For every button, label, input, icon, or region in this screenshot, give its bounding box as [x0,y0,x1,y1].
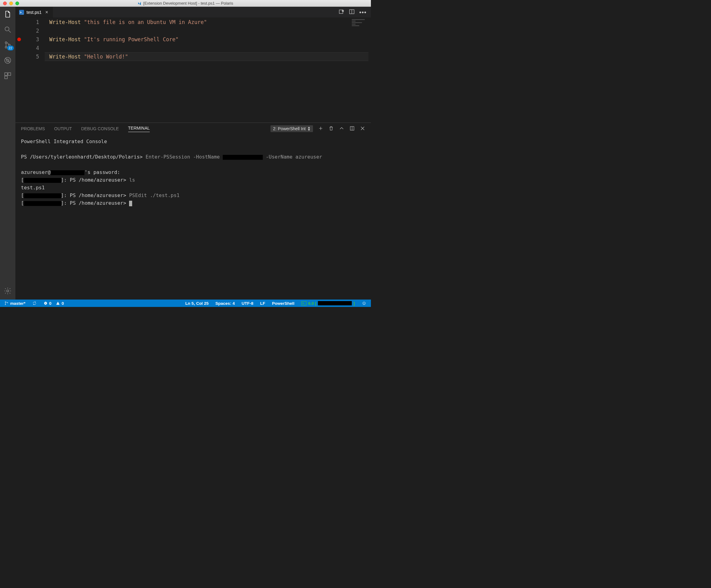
status-bar: master* 0 0 Ln 5, Col 25 Spaces: 4 UTF-8… [0,299,371,307]
indentation-status[interactable]: Spaces: 4 [214,301,236,306]
extensions-icon[interactable] [3,71,12,80]
explorer-icon[interactable] [3,10,12,19]
svg-point-2 [5,46,7,48]
redacted-text [24,178,61,183]
panel-tab-terminal[interactable]: TERMINAL [128,126,150,132]
search-icon[interactable] [3,25,12,34]
minimize-window-button[interactable] [9,2,13,5]
stepper-icon: ▲▼ [307,126,310,131]
chevron-up-icon[interactable] [339,126,344,132]
cursor-position-status[interactable]: Ln 5, Col 25 [184,301,210,306]
close-window-button[interactable] [3,2,7,5]
maximize-panel-icon[interactable] [349,126,355,132]
powershell-prompt-icon: >_ [301,301,306,306]
powershell-file-icon: >_ [19,10,24,15]
svg-point-14 [5,302,5,302]
powershell-version-status[interactable]: >_ 6.0 [] [300,301,356,306]
kill-terminal-icon[interactable] [328,126,334,132]
panel-tab-output[interactable]: OUTPUT [54,126,72,131]
code-line[interactable] [49,26,367,35]
vscode-icon [138,1,142,5]
tab-filename: test.ps1 [26,10,42,15]
redacted-text [50,170,84,175]
window-title: [Extension Development Host] - test.ps1 … [143,1,233,5]
svg-point-16 [7,302,8,303]
window-controls [3,2,19,5]
panel-tab-problems[interactable]: PROBLEMS [21,126,45,131]
feedback-icon[interactable]: ☺ [361,300,368,306]
split-editor-icon[interactable] [349,8,355,16]
debug-icon[interactable] [3,56,12,65]
minimap[interactable] [352,19,370,31]
terminal-selector-label: 2: PowerShell Int [273,126,306,131]
terminal[interactable]: PowerShell Integrated ConsolePS /Users/t… [15,135,371,299]
ps-version-text: 6.0 [ [308,301,316,306]
redacted-text [24,201,61,206]
line-number: 5 [15,52,39,61]
line-number: 1 [15,18,39,26]
redacted-text [223,155,263,160]
svg-point-0 [5,27,9,31]
line-number: 2 [15,26,39,35]
source-control-icon[interactable]: 22 [3,41,12,49]
settings-gear-icon[interactable] [3,287,12,295]
svg-rect-7 [8,73,11,75]
git-branch-status[interactable]: master* [3,301,27,306]
eol-status[interactable]: LF [259,301,266,306]
panel-tab-debug-console[interactable]: DEBUG CONSOLE [81,126,118,131]
tab-test-ps1[interactable]: >_ test.ps1 × [15,7,53,18]
line-number: 4 [15,44,39,52]
errors-status[interactable]: 0 [42,301,53,306]
code-line[interactable]: Write-Host "It's running PowerShell Core… [49,35,367,44]
open-changes-icon[interactable] [338,8,344,16]
zoom-window-button[interactable] [15,2,19,5]
code-line[interactable]: Write-Host "Hello World!" [49,52,367,61]
code-line[interactable] [49,44,367,52]
activity-bar: 22 [0,7,15,299]
panel: PROBLEMS OUTPUT DEBUG CONSOLE TERMINAL 2… [15,122,371,299]
code-line[interactable]: Write-Host "this file is on an Ubuntu VM… [49,18,367,26]
language-mode-status[interactable]: PowerShell [271,301,296,306]
svg-rect-8 [5,76,7,79]
warning-count: 0 [62,301,64,306]
line-number: 3 [15,35,39,44]
sync-status[interactable] [31,301,38,306]
error-count: 0 [49,301,52,306]
svg-point-1 [5,42,7,43]
terminal-cursor [129,201,132,206]
tab-close-icon[interactable]: × [44,9,49,15]
editor-tabbar: >_ test.ps1 × ••• [15,7,371,18]
redacted-text [24,193,61,198]
new-terminal-icon[interactable] [318,126,323,132]
redacted-host [318,301,352,306]
terminal-selector[interactable]: 2: PowerShell Int ▲▼ [271,125,313,132]
encoding-status[interactable]: UTF-8 [240,301,255,306]
svg-rect-6 [5,73,7,75]
branch-name: master* [10,301,26,306]
close-panel-icon[interactable] [360,126,365,132]
code-editor[interactable]: 12345 Write-Host "this file is on an Ubu… [15,18,371,122]
scm-badge: 22 [7,46,14,50]
warnings-status[interactable]: 0 [55,301,65,306]
svg-point-15 [5,304,5,305]
titlebar: [Extension Development Host] - test.ps1 … [0,0,371,7]
svg-point-9 [7,290,9,292]
